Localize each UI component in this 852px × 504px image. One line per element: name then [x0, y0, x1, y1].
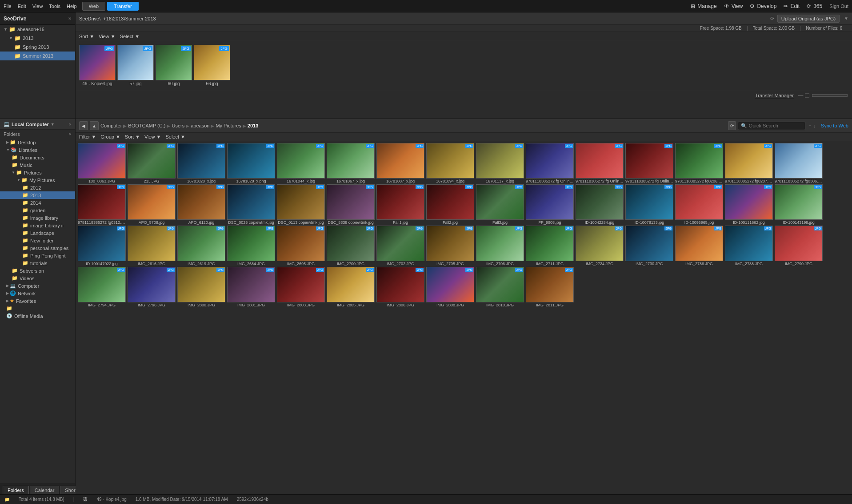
photo-item[interactable]: JPGIMG_2695.JPG: [276, 226, 325, 266]
photo-item[interactable]: JPGID-100111662.jpg: [724, 184, 773, 225]
tree-item-2012[interactable]: 📁 2012: [0, 184, 75, 191]
photo-item[interactable]: JPG16781094_x.jpg: [426, 143, 475, 183]
tree-item-2013[interactable]: 📁 2013: [0, 191, 75, 199]
photo-item[interactable]: JPGIMG_2619.JPG: [177, 226, 226, 266]
photo-item[interactable]: JPGDSC_0113 copiewtmk.jpg: [276, 184, 325, 225]
photo-item[interactable]: JPG9781118385272 fg0306.jpg: [774, 143, 823, 183]
photo-item[interactable]: JPGID-100147022.jpg: [77, 226, 126, 266]
photo-item[interactable]: JPGID-10042284.jpg: [575, 184, 624, 225]
photo-item[interactable]: JPG16781087_x.jpg: [376, 143, 425, 183]
photo-item[interactable]: JPGIMG_2684.JPG: [227, 226, 276, 266]
sign-out[interactable]: Sign Out: [829, 4, 848, 9]
tree-item-subversion[interactable]: 📁 Subversion: [0, 267, 75, 274]
tree-item-unlabeled[interactable]: 📁: [0, 305, 75, 312]
photo-item[interactable]: JPGAPO_5708.jpg: [127, 184, 176, 225]
photo-item[interactable]: JPGIMG_2803.JPG: [276, 267, 325, 307]
photo-item[interactable]: JPGFall2.jpg: [426, 184, 475, 225]
view-dropdown[interactable]: View ▼: [99, 34, 116, 39]
photo-item[interactable]: JPG9781118385272 fg0207.jpg: [724, 143, 773, 183]
quick-search-input[interactable]: [749, 123, 802, 128]
select-dropdown[interactable]: Select ▼: [165, 134, 185, 139]
photo-item[interactable]: JPGIMG_2805.JPG: [326, 267, 375, 307]
bc-mypictures[interactable]: My Pictures: [216, 123, 241, 128]
tree-item-music[interactable]: 📁 Music: [0, 161, 75, 169]
toolbar-develop[interactable]: ⚙ Develop: [750, 3, 776, 9]
photo-item[interactable]: JPGID-10078133.jpg: [625, 184, 674, 225]
thumb-item[interactable]: JPG 66.jpg: [194, 45, 230, 86]
photo-item[interactable]: JPG9781118385272 fg Online 1...: [575, 143, 624, 183]
local-close-icon[interactable]: ×: [69, 122, 72, 127]
thumb-item[interactable]: JPG 60.jpg: [156, 45, 192, 86]
photo-item[interactable]: JPGIMG_2796.JPG: [127, 267, 176, 307]
seedrive-item-summer[interactable]: 📁 Summer 2013: [0, 52, 75, 60]
photo-item[interactable]: JPGIMG_2790.JPG: [774, 226, 823, 266]
menu-edit[interactable]: Edit: [18, 4, 26, 9]
photo-item[interactable]: JPG16781028_x.jpg: [177, 143, 226, 183]
tree-item-offline[interactable]: 💿 Offline Media: [0, 312, 75, 320]
refresh-icon[interactable]: ⟳: [728, 121, 736, 130]
photo-item[interactable]: JPG9781118385272 fg Online 1...: [625, 143, 674, 183]
photo-item[interactable]: JPG100_8863.JPG: [77, 143, 126, 183]
photo-item[interactable]: JPG9781118385272 fg0312.jpg: [77, 184, 126, 225]
tab-transfer[interactable]: Transfer: [107, 2, 139, 11]
photo-item[interactable]: JPG9781118385272 fg0206.jpg: [675, 143, 724, 183]
tab-web[interactable]: Web: [82, 2, 105, 11]
tree-item-documents[interactable]: 📁 Documents: [0, 154, 75, 161]
view-dropdown[interactable]: View ▼: [144, 134, 161, 139]
photo-item[interactable]: JPG16781067_x.jpg: [326, 143, 375, 183]
bc-bootcamp[interactable]: BOOTCAMP (C:): [128, 123, 165, 128]
nav-up-btn[interactable]: ▲: [90, 121, 99, 130]
photo-item[interactable]: JPGIMG_2724.JPG: [575, 226, 624, 266]
photo-item[interactable]: JPGIMG_2800.JPG: [177, 267, 226, 307]
menu-view[interactable]: View: [32, 4, 43, 9]
transfer-manager-link[interactable]: Transfer Manager: [755, 93, 794, 98]
sort-dropdown[interactable]: Sort ▼: [79, 34, 94, 39]
tree-item-imagelibrary2[interactable]: 📁 image Library ii: [0, 222, 75, 229]
refresh-icon[interactable]: ⟳: [770, 16, 775, 22]
photo-item[interactable]: JPGIMG_2794.JPG: [77, 267, 126, 307]
bc-computer[interactable]: Computer: [100, 123, 122, 128]
seedrive-item-spring[interactable]: 📁 Spring 2013: [0, 43, 75, 52]
bc-abeason[interactable]: abeason: [191, 123, 209, 128]
photo-item[interactable]: JPGIMG_2702.JPG: [376, 226, 425, 266]
folders-close-icon[interactable]: ×: [69, 131, 72, 137]
menu-tools[interactable]: Tools: [49, 4, 60, 9]
photo-item[interactable]: JPGDSC_0025 copiewtmk.jpg: [227, 184, 276, 225]
photo-item[interactable]: JPGIMG_2706.JPG: [476, 226, 524, 266]
photo-item[interactable]: JPGFall1.jpg: [376, 184, 425, 225]
tree-item-desktop[interactable]: ▶ 📁 Desktop: [0, 139, 75, 146]
tree-item-pingpong[interactable]: 📁 Ping Pong Night: [0, 252, 75, 259]
upload-btn[interactable]: Upload Original (as JPG): [777, 15, 840, 23]
tab-folders[interactable]: Folders: [3, 486, 29, 494]
sync-to-web[interactable]: Sync to Web: [821, 123, 848, 128]
photo-item[interactable]: JPGIMG_2788.JPG: [724, 226, 773, 266]
photo-item[interactable]: JPGIMG_2705.JPG: [426, 226, 475, 266]
photo-item[interactable]: JPGIMG_2806.JPG: [376, 267, 425, 307]
toolbar-manage[interactable]: ⊞ Manage: [691, 3, 716, 9]
local-header[interactable]: 💻 Local Computer ▼ ×: [0, 119, 75, 130]
thumb-item[interactable]: JPG 49 - Kopie4.jpg: [79, 45, 116, 86]
tree-item-personal[interactable]: 📁 personal samples: [0, 244, 75, 252]
tree-item-2014[interactable]: 📁 2014: [0, 199, 75, 206]
photo-item[interactable]: JPGIMG_2700.JPG: [326, 226, 375, 266]
photo-item[interactable]: JPGIMG_2810.JPG: [476, 267, 524, 307]
seedrive-item-2013[interactable]: ▼ 📁 2013: [0, 34, 75, 43]
maximize-icon[interactable]: □: [805, 91, 809, 99]
select-dropdown[interactable]: Select ▼: [120, 34, 140, 39]
toolbar-365[interactable]: ⟳ 365: [807, 3, 822, 9]
tree-item-newfolder[interactable]: 📁 New folder: [0, 237, 75, 244]
photo-item[interactable]: JPG9781118385272 fg Online 0...: [525, 143, 574, 183]
tree-item-landscape[interactable]: 📁 Landscape: [0, 229, 75, 237]
tree-item-libraries[interactable]: ▼ 📚 Libraries: [0, 146, 75, 154]
minimize-icon[interactable]: ─: [798, 91, 803, 99]
photo-item[interactable]: JPGFP_9908.jpg: [525, 184, 574, 225]
tree-item-tutorials[interactable]: 📁 tutorials: [0, 259, 75, 267]
nav-back-btn[interactable]: ◀: [79, 121, 88, 130]
group-dropdown[interactable]: Group ▼: [100, 134, 120, 139]
tree-item-favorites[interactable]: ▶ ★ Favorites: [0, 297, 75, 305]
photo-item[interactable]: JPGFall3.jpg: [476, 184, 524, 225]
photo-item[interactable]: JPG16781117_x.jpg: [476, 143, 524, 183]
photo-item[interactable]: JPGID-100143198.jpg: [774, 184, 823, 225]
bc-users[interactable]: Users: [172, 123, 184, 128]
seedrive-close[interactable]: ×: [68, 15, 72, 22]
